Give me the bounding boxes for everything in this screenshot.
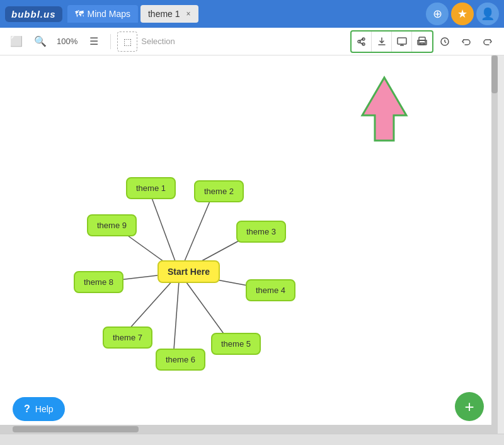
mindmap-lines	[0, 55, 498, 434]
scrollbar-right[interactable]	[491, 55, 498, 434]
selection-icon-btn[interactable]: ⬚	[117, 32, 137, 52]
node-theme4[interactable]: theme 4	[246, 279, 295, 301]
star-icon-btn[interactable]: ★	[451, 3, 474, 25]
center-node[interactable]: Start Here	[158, 260, 220, 283]
action-buttons-group	[350, 30, 433, 53]
redo-button[interactable]	[478, 32, 498, 52]
logo[interactable]: bubbl.us	[5, 6, 62, 22]
help-icon: ?	[24, 403, 30, 415]
node-theme3[interactable]: theme 3	[236, 221, 286, 243]
node-theme1[interactable]: theme 1	[126, 177, 176, 199]
tab-theme1[interactable]: theme 1 ×	[140, 5, 198, 23]
mindmaps-tab-label: Mind Maps	[88, 9, 130, 19]
arrow-hint	[359, 74, 410, 146]
history-buttons	[435, 32, 498, 52]
share-button[interactable]	[352, 32, 372, 52]
print-button[interactable]	[412, 32, 432, 52]
svg-rect-0	[398, 38, 406, 44]
toolbar-right	[350, 30, 498, 53]
user-icon-btn[interactable]: 👤	[476, 3, 499, 25]
selection-label: Selection	[141, 37, 175, 46]
toolbar-separator	[110, 34, 111, 49]
help-button[interactable]: ? Help	[13, 397, 65, 421]
node-theme2[interactable]: theme 2	[194, 180, 244, 202]
mindmaps-tab-icon: 🗺	[75, 9, 84, 19]
scrollbar-thumb-right[interactable]	[491, 55, 498, 93]
history-button[interactable]	[435, 32, 455, 52]
node-theme8[interactable]: theme 8	[74, 271, 123, 293]
canvas-inner[interactable]: Start Here theme 1 theme 2 theme 3 theme…	[0, 55, 498, 434]
frame-button[interactable]: ⬜	[6, 32, 26, 52]
help-label: Help	[35, 404, 54, 414]
node-theme5[interactable]: theme 5	[211, 333, 261, 355]
globe-icon-btn[interactable]: ⊕	[426, 3, 449, 25]
zoom-button[interactable]: 🔍	[30, 32, 50, 52]
node-theme9[interactable]: theme 9	[87, 214, 137, 236]
add-button[interactable]: +	[455, 392, 484, 421]
tab-close-icon[interactable]: ×	[186, 9, 191, 18]
monitor-button[interactable]	[392, 32, 412, 52]
node-theme7[interactable]: theme 7	[103, 327, 152, 349]
topbar: bubbl.us 🗺 Mind Maps theme 1 × ⊕ ★ 👤	[0, 0, 504, 28]
zoom-value: 100%	[54, 37, 80, 46]
menu-button[interactable]: ☰	[84, 32, 104, 52]
scrollbar-thumb-bottom[interactable]	[13, 426, 139, 432]
tab-mindmaps[interactable]: 🗺 Mind Maps	[67, 5, 138, 23]
toolbar: ⬜ 🔍 100% ☰ ⬚ Selection	[0, 28, 504, 55]
statusbar	[0, 434, 504, 445]
active-tab-label: theme 1	[148, 9, 180, 19]
svg-line-9	[173, 273, 180, 358]
scrollbar-bottom[interactable]	[0, 425, 498, 434]
svg-line-8	[180, 273, 230, 342]
node-theme6[interactable]: theme 6	[156, 349, 205, 371]
svg-marker-13	[362, 78, 406, 141]
canvas-area: Start Here theme 1 theme 2 theme 3 theme…	[0, 55, 504, 434]
undo-button[interactable]	[456, 32, 476, 52]
download-button[interactable]	[372, 32, 392, 52]
